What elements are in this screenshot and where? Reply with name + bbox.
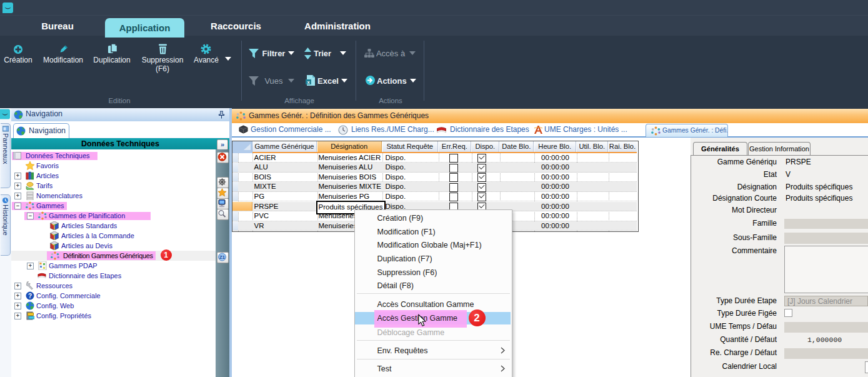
svg-text:?: ? [28,293,32,299]
svg-text:Z1: Z1 [219,254,225,260]
